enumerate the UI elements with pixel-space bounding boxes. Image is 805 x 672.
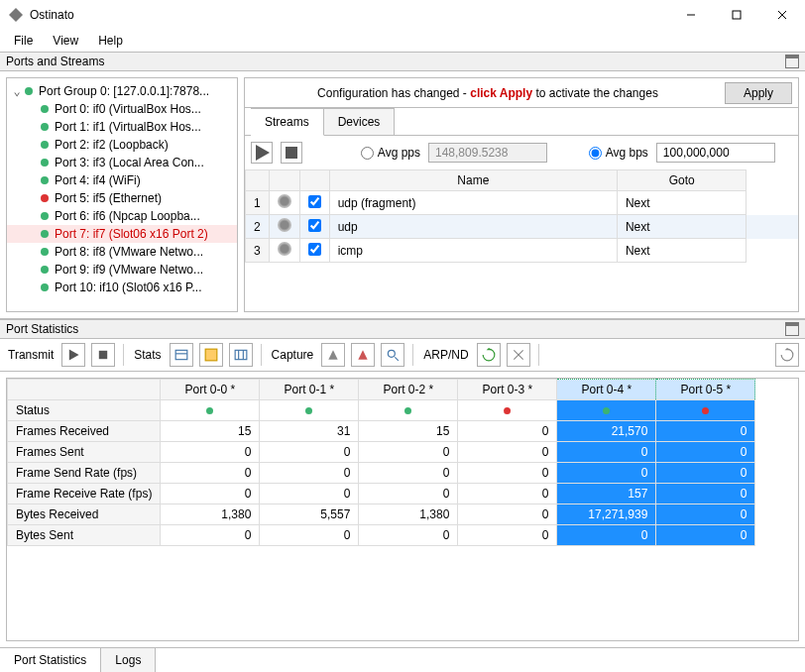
capture-start-button[interactable] bbox=[321, 343, 345, 367]
stats-cell: 15 bbox=[161, 421, 260, 442]
collapse-icon[interactable]: ⌄ bbox=[11, 84, 23, 98]
avg-bps-input[interactable] bbox=[656, 143, 775, 163]
stream-name[interactable]: icmp bbox=[329, 239, 617, 263]
port-tree-item[interactable]: Port 7: if7 (Slot06 x16 Port 2) bbox=[7, 225, 237, 243]
status-dot bbox=[41, 266, 49, 274]
status-cell bbox=[557, 400, 656, 421]
col-goto: Goto bbox=[617, 170, 746, 191]
start-tx-icon[interactable] bbox=[251, 142, 273, 164]
stream-goto[interactable]: Next bbox=[617, 191, 746, 215]
status-cell bbox=[359, 400, 458, 421]
port-tree-item[interactable]: Port 5: if5 (Ethernet) bbox=[7, 189, 237, 207]
stats-cell: 0 bbox=[359, 442, 458, 463]
status-dot bbox=[41, 248, 49, 256]
gear-icon[interactable] bbox=[269, 239, 299, 263]
stats-cell: 0 bbox=[656, 484, 755, 504]
window-close-button[interactable] bbox=[759, 0, 805, 30]
stats-col-header[interactable]: Port 0-4 * bbox=[557, 380, 656, 400]
stats-cell: 0 bbox=[458, 421, 557, 442]
status-dot bbox=[25, 87, 33, 95]
capture-stop-button[interactable] bbox=[351, 343, 375, 367]
apply-button[interactable]: Apply bbox=[725, 82, 792, 104]
config-msg-pre: Configuration has changed - bbox=[317, 86, 470, 100]
port-tree-item[interactable]: Port 2: if2 (Loopback) bbox=[7, 136, 237, 154]
stats-col-header[interactable]: Port 0-1 * bbox=[260, 380, 359, 400]
port-tree-item[interactable]: Port 10: if10 (Slot06 x16 P... bbox=[7, 279, 237, 296]
stats-col-header[interactable]: Port 0-5 * bbox=[656, 380, 755, 400]
status-dot bbox=[41, 194, 49, 202]
stats-cell: 0 bbox=[359, 525, 458, 546]
stats-cell: 1,380 bbox=[161, 504, 260, 525]
stream-enable-checkbox[interactable] bbox=[299, 191, 329, 215]
window-minimize-button[interactable] bbox=[668, 0, 714, 30]
stats-cell: 17,271,939 bbox=[557, 504, 656, 525]
capture-view-button[interactable] bbox=[381, 343, 404, 367]
refresh-button[interactable] bbox=[775, 343, 799, 367]
stats-col-header[interactable]: Port 0-0 * bbox=[161, 380, 260, 400]
bottom-tab-logs[interactable]: Logs bbox=[101, 648, 156, 672]
stream-enable-checkbox[interactable] bbox=[299, 215, 329, 239]
stats-cols-button[interactable] bbox=[229, 343, 253, 367]
arp-label: ARP/ND bbox=[421, 348, 470, 362]
menu-view[interactable]: View bbox=[45, 32, 86, 50]
detach-icon[interactable] bbox=[785, 55, 799, 68]
stream-table[interactable]: NameGoto1udp (fragment)Next2udpNext3icmp… bbox=[244, 169, 799, 312]
svg-rect-6 bbox=[286, 147, 297, 159]
stream-row[interactable]: 3icmpNext bbox=[246, 239, 798, 263]
stats-cell: 0 bbox=[656, 463, 755, 484]
port-tree-panel: ⌄Port Group 0: [127.0.0.1]:7878...Port 0… bbox=[6, 77, 238, 312]
stats-row-header: Bytes Received bbox=[8, 504, 161, 525]
stats-cell: 0 bbox=[260, 525, 359, 546]
port-label: Port 3: if3 (Local Area Con... bbox=[55, 156, 204, 169]
arp-resolve-button[interactable] bbox=[477, 343, 501, 367]
stats-cell: 0 bbox=[656, 421, 755, 442]
row-index: 1 bbox=[246, 191, 270, 215]
stats-cell: 0 bbox=[656, 504, 755, 525]
transmit-start-button[interactable] bbox=[61, 343, 85, 367]
gear-icon[interactable] bbox=[269, 191, 299, 215]
port-tree-item[interactable]: Port 1: if1 (VirtualBox Hos... bbox=[7, 118, 237, 136]
status-dot bbox=[41, 176, 49, 184]
stream-enable-checkbox[interactable] bbox=[299, 239, 329, 263]
menu-file[interactable]: File bbox=[6, 32, 41, 50]
avg-bps-radio[interactable]: Avg bps bbox=[589, 146, 648, 160]
port-tree-item[interactable]: Port 3: if3 (Local Area Con... bbox=[7, 154, 237, 171]
stats-col-header[interactable]: Port 0-2 * bbox=[359, 380, 458, 400]
bottom-tab-port-stats[interactable]: Port Statistics bbox=[0, 648, 101, 672]
transmit-stop-button[interactable] bbox=[91, 343, 115, 367]
avg-pps-radio[interactable]: Avg pps bbox=[361, 146, 420, 160]
port-group-row[interactable]: ⌄Port Group 0: [127.0.0.1]:7878... bbox=[7, 82, 237, 100]
stream-goto[interactable]: Next bbox=[617, 239, 746, 263]
port-tree-item[interactable]: Port 6: if6 (Npcap Loopba... bbox=[7, 207, 237, 225]
stream-goto[interactable]: Next bbox=[617, 215, 746, 239]
stream-name[interactable]: udp (fragment) bbox=[329, 191, 617, 215]
stats-clear-all-button[interactable] bbox=[199, 343, 223, 367]
stats-clear-button[interactable] bbox=[170, 343, 193, 367]
stats-col-header[interactable]: Port 0-3 * bbox=[458, 380, 557, 400]
tab-devices[interactable]: Devices bbox=[324, 108, 396, 136]
port-tree-item[interactable]: Port 4: if4 (WiFi) bbox=[7, 171, 237, 189]
stop-tx-icon[interactable] bbox=[281, 142, 302, 164]
capture-label: Capture bbox=[270, 348, 316, 362]
menu-help[interactable]: Help bbox=[90, 32, 131, 50]
stream-name[interactable]: udp bbox=[329, 215, 617, 239]
detach-icon[interactable] bbox=[785, 322, 799, 336]
stats-table-scroll[interactable]: Port 0-0 *Port 0-1 *Port 0-2 *Port 0-3 *… bbox=[6, 378, 799, 641]
stream-row[interactable]: 2udpNext bbox=[246, 215, 798, 239]
port-tree-item[interactable]: Port 9: if9 (VMware Netwo... bbox=[7, 261, 237, 279]
port-group-label: Port Group 0: [127.0.0.1]:7878... bbox=[39, 84, 209, 98]
tab-streams[interactable]: Streams bbox=[251, 108, 324, 136]
row-index: 3 bbox=[246, 239, 270, 263]
stats-cell: 157 bbox=[557, 484, 656, 504]
stats-row-header: Status bbox=[8, 400, 161, 421]
window-maximize-button[interactable] bbox=[714, 0, 759, 30]
svg-marker-0 bbox=[9, 8, 23, 22]
gear-icon[interactable] bbox=[269, 215, 299, 239]
port-label: Port 2: if2 (Loopback) bbox=[55, 138, 169, 152]
arp-clear-button[interactable] bbox=[507, 343, 530, 367]
port-tree-item[interactable]: Port 8: if8 (VMware Netwo... bbox=[7, 243, 237, 261]
stream-row[interactable]: 1udp (fragment)Next bbox=[246, 191, 798, 215]
svg-marker-5 bbox=[256, 145, 270, 161]
stats-cell: 0 bbox=[557, 525, 656, 546]
port-tree-item[interactable]: Port 0: if0 (VirtualBox Hos... bbox=[7, 100, 237, 118]
